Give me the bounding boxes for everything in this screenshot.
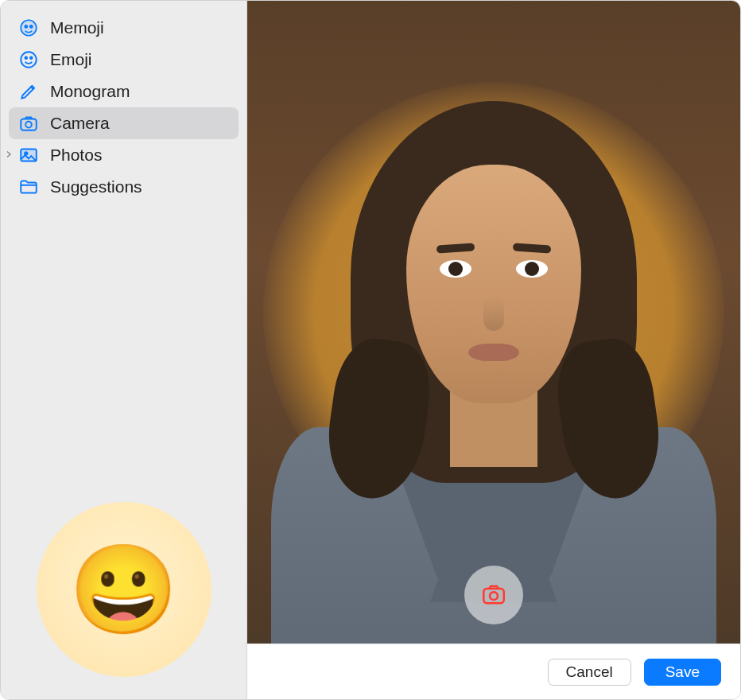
camera-subject — [287, 77, 700, 634]
photos-icon — [18, 145, 39, 165]
camera-shutter-icon — [480, 581, 507, 610]
svg-point-2 — [24, 25, 28, 29]
chevron-right-icon[interactable] — [4, 149, 14, 161]
svg-rect-12 — [483, 588, 504, 602]
svg-point-13 — [490, 592, 498, 600]
save-button[interactable]: Save — [644, 659, 721, 686]
sidebar-item-emoji[interactable]: Emoji — [9, 44, 239, 76]
memoji-icon — [18, 18, 39, 38]
svg-point-5 — [25, 57, 27, 60]
folder-icon — [18, 177, 39, 197]
current-avatar-preview: 😀 — [37, 502, 211, 677]
svg-rect-7 — [21, 119, 37, 130]
sidebar-item-label: Photos — [50, 146, 102, 165]
capture-button[interactable] — [464, 566, 523, 624]
sidebar: Memoji Emoji — [1, 1, 247, 699]
sidebar-item-camera[interactable]: Camera — [9, 107, 239, 139]
camera-icon — [18, 113, 39, 134]
sidebar-item-label: Suggestions — [50, 177, 142, 196]
avatar-emoji: 😀 — [69, 546, 178, 633]
sidebar-item-label: Emoji — [50, 50, 92, 69]
emoji-icon — [18, 49, 39, 70]
sidebar-item-photos[interactable]: Photos — [9, 139, 239, 171]
svg-point-8 — [25, 122, 32, 128]
main-panel: Cancel Save — [247, 1, 740, 699]
pencil-icon — [18, 81, 39, 102]
svg-point-4 — [21, 52, 37, 68]
sidebar-item-memoji[interactable]: Memoji — [9, 12, 239, 44]
sidebar-item-label: Memoji — [50, 18, 104, 37]
sidebar-item-monogram[interactable]: Monogram — [9, 76, 239, 107]
sidebar-item-label: Camera — [50, 114, 110, 133]
sidebar-item-label: Monogram — [50, 82, 130, 101]
sidebar-list: Memoji Emoji — [9, 12, 239, 203]
cancel-button[interactable]: Cancel — [548, 659, 631, 686]
camera-preview — [247, 1, 740, 644]
svg-point-6 — [30, 57, 33, 60]
footer: Cancel Save — [247, 644, 740, 699]
sidebar-item-suggestions[interactable]: Suggestions — [9, 171, 239, 203]
svg-point-3 — [29, 25, 33, 29]
profile-picture-picker: Memoji Emoji — [0, 0, 741, 700]
